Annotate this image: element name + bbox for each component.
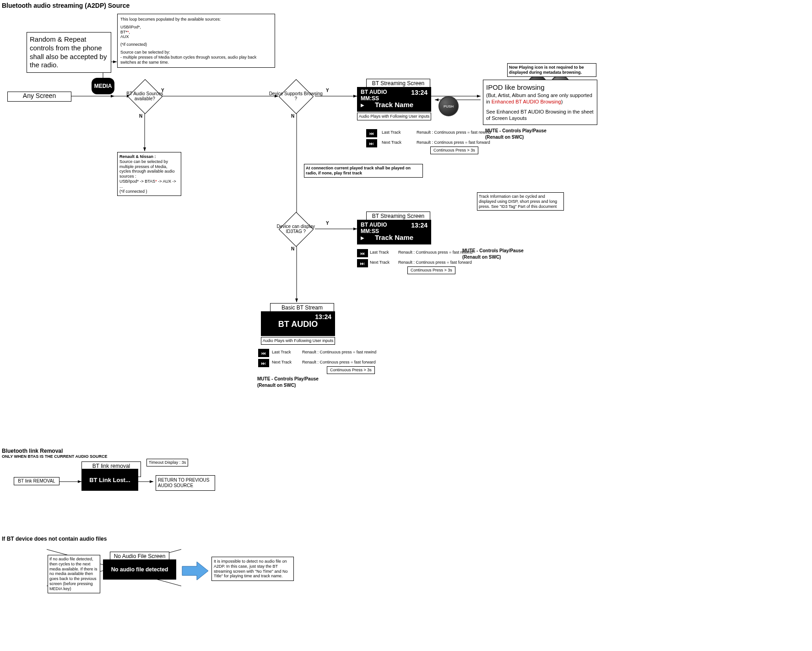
ipod-box: IPOD like browsing (But, Artist, Album a… bbox=[483, 80, 597, 125]
text: Renault : Continuous press = fast rewind bbox=[302, 350, 376, 355]
text: USB/iPod*, bbox=[120, 25, 272, 30]
decision-label: Device Supports Browsing ? bbox=[268, 91, 323, 101]
clock: 13:24 bbox=[411, 89, 428, 96]
note-loop-sources: This loop becomes populated by the avail… bbox=[117, 14, 275, 68]
mute-note-sub: (Renault on SWC) bbox=[462, 255, 501, 260]
push-button-icon[interactable]: PUSH bbox=[438, 96, 459, 116]
screen3: 13:24 BT AUDIO bbox=[261, 311, 335, 336]
note-renault-nissan: Renault & Nissan : Source can be selecte… bbox=[117, 152, 181, 196]
text: This loop becomes populated by the avail… bbox=[120, 17, 272, 22]
prev-track-icon[interactable]: ⏮ bbox=[357, 249, 368, 257]
text: Renault : Continuous press = fast rewind bbox=[417, 130, 491, 135]
decision-bt-audio: BT Audio Sources available? bbox=[128, 79, 162, 114]
text: USB/Ipod* -> BTAS* -> AUX -> ... bbox=[119, 179, 179, 189]
label-y: Y bbox=[326, 88, 329, 93]
next-track-icon[interactable]: ⏭ bbox=[258, 359, 269, 367]
text: - multiple presses of Media button cycle… bbox=[120, 55, 272, 65]
text: in Enhanced BT AUDIO Browsing) bbox=[486, 98, 594, 105]
note-cont-press: Continuous Press > 3s bbox=[407, 266, 455, 274]
text: Renault : Continous press = fast forward bbox=[398, 260, 472, 265]
removal-sub: ONLY WHEN BTAS IS THE CURRENT AUDIO SOUR… bbox=[2, 454, 108, 459]
play-icon: ▶ bbox=[361, 103, 364, 108]
label-n: N bbox=[291, 114, 294, 119]
text: Track Name bbox=[361, 233, 428, 241]
label-n: N bbox=[291, 246, 294, 252]
decision-browse: Device Supports Browsing ? bbox=[279, 79, 314, 114]
label-y: Y bbox=[326, 221, 329, 226]
no-audio-explain: It is impossible to detect no audio file… bbox=[211, 557, 294, 581]
node-bt-link-removal: BT link REMOVAL bbox=[14, 477, 60, 485]
label-last-track: Last Track bbox=[370, 250, 389, 255]
media-button[interactable]: MEDIA bbox=[92, 78, 114, 94]
prev-track-icon[interactable]: ⏮ bbox=[366, 129, 377, 137]
play-icon: ▶ bbox=[361, 235, 364, 240]
no-audio-note: If no audio file detected, then cycles t… bbox=[48, 555, 100, 593]
text: BT AUDIO bbox=[265, 320, 331, 329]
no-audio-screen: No audio file detected bbox=[103, 559, 176, 580]
note-track-info: Track Information can be cycled and disp… bbox=[477, 192, 564, 211]
text: AUX bbox=[120, 34, 272, 39]
text: (*if connected ) bbox=[119, 189, 179, 194]
ipod-title: IPOD like browsing bbox=[486, 83, 594, 92]
label-y: Y bbox=[161, 88, 164, 93]
label-next-track: Next Track bbox=[382, 140, 401, 145]
removal-title: Bluetooth link Removal bbox=[2, 448, 63, 454]
mute-note-sub: (Renault on SWC) bbox=[485, 135, 524, 140]
timeout-note: Timeout Display : 3s bbox=[146, 459, 188, 467]
text: Renault : Continous press = fast forward bbox=[302, 360, 376, 365]
node-any-screen: Any Screen bbox=[7, 92, 71, 102]
text: (*if connected) bbox=[120, 42, 272, 47]
text: Source can be selected by: bbox=[120, 50, 272, 55]
next-track-icon[interactable]: ⏭ bbox=[357, 259, 368, 267]
text: (But, Artist, Album and Song are only su… bbox=[486, 92, 594, 98]
clock: 13:24 bbox=[411, 222, 428, 229]
label-n: N bbox=[139, 114, 142, 119]
mute-note-sub: (Renault on SWC) bbox=[257, 383, 296, 388]
text: See Enhanced BT AUDIO Browsing in the sh… bbox=[486, 108, 594, 122]
decision-id3: Device can display ID3TAG ? bbox=[279, 212, 314, 247]
text: Renault : Continous press = fast forward bbox=[417, 140, 490, 145]
text: Renault & Nissan : bbox=[119, 154, 179, 159]
screen2-title: BT Streaming Screen bbox=[366, 212, 430, 221]
removal-screen: BT Link Lost... bbox=[81, 469, 138, 491]
audio-plays-note: Audio Plays with Following User inputs bbox=[357, 113, 431, 120]
screen1-title: BT Streaming Screen bbox=[366, 79, 430, 88]
note-random-repeat: Random & Repeat controls from the phone … bbox=[27, 32, 111, 73]
note-cont-press: Continuous Press > 3s bbox=[327, 366, 375, 374]
text: BT**, bbox=[120, 30, 272, 35]
mute-note: MUTE - Controls Play/Pause bbox=[257, 376, 319, 382]
audio-plays-note: Audio Plays with Following User inputs bbox=[261, 337, 335, 345]
prev-track-icon[interactable]: ⏮ bbox=[258, 349, 269, 357]
label-last-track: Last Track bbox=[382, 130, 401, 135]
note-now-playing: Now Playing icon is not required to be d… bbox=[507, 63, 596, 77]
page-title: Bluetooth audio streaming (A2DP) Source bbox=[2, 2, 130, 9]
text: Source can be selected by multiple press… bbox=[119, 159, 179, 179]
no-audio-title: If BT device does not contain audio file… bbox=[2, 536, 107, 542]
decision-label: Device can display ID3TAG ? bbox=[268, 224, 323, 234]
note-connection: At connection current played track shall… bbox=[304, 164, 423, 178]
label-last-track: Last Track bbox=[272, 350, 291, 355]
node-return-prev: RETURN TO PREVIOUS AUDIO SOURCE bbox=[156, 475, 215, 491]
note-cont-press: Continuous Press > 3s bbox=[430, 146, 478, 154]
text: Renault : Continuous press = fast rewind bbox=[398, 250, 472, 255]
mute-note: MUTE - Controls Play/Pause bbox=[485, 128, 547, 134]
screen1-track: Track Name bbox=[361, 101, 428, 108]
mute-note: MUTE - Controls Play/Pause bbox=[462, 248, 524, 254]
screen2: BT AUDIO MM:SS 13:24 ▶ Track Name bbox=[357, 220, 431, 244]
label-next-track: Next Track bbox=[272, 360, 292, 365]
label-next-track: Next Track bbox=[370, 260, 390, 265]
next-track-icon[interactable]: ⏭ bbox=[366, 139, 377, 147]
clock: 13:24 bbox=[315, 313, 331, 320]
screen1: BT AUDIO MM:SS 13:24 ▶ Track Name bbox=[357, 87, 431, 112]
